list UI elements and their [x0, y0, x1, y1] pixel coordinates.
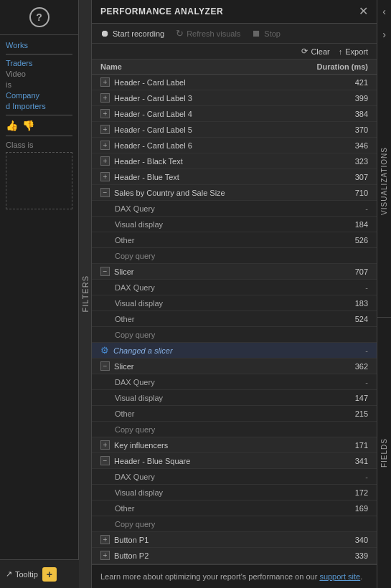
row-name: Other — [100, 236, 332, 245]
pa-actions: ⟳ Clear ↑ Export — [92, 44, 377, 60]
table-row[interactable]: Other 526 — [92, 232, 377, 248]
table-row[interactable]: + Header - Black Text 323 — [92, 153, 377, 169]
export-button[interactable]: ↑ Export — [339, 47, 368, 56]
tooltip-arrow-icon: ↗ — [6, 569, 12, 579]
row-name: + Header - Card Label 3 — [100, 93, 332, 103]
row-duration: 384 — [332, 110, 368, 118]
left-sidebar: ? Works Traders Video is Company d Impor… — [0, 0, 79, 588]
row-duration: - — [332, 378, 368, 387]
table-row[interactable]: + Button P1 340 — [92, 532, 377, 548]
nav-back-button[interactable]: ‹ — [377, 0, 391, 23]
collapse-icon[interactable]: − — [100, 361, 110, 371]
table-row[interactable]: Other 215 — [92, 406, 377, 422]
copy-query-link[interactable]: Copy query — [100, 520, 368, 528]
expand-icon[interactable]: + — [100, 125, 110, 134]
table-row[interactable]: + Key influencers 171 — [92, 437, 377, 453]
row-name: Other — [100, 504, 332, 513]
row-duration: 526 — [332, 236, 368, 245]
table-row[interactable]: DAX Query - — [92, 201, 377, 217]
table-row[interactable]: Copy query — [92, 516, 377, 532]
table-row[interactable]: + Button P2 339 — [92, 548, 377, 564]
row-duration: 421 — [332, 78, 368, 87]
tab-visualizations[interactable]: VISUALIZATIONS — [377, 46, 391, 318]
row-name: + Header - Card Label 5 — [100, 125, 332, 134]
collapse-icon[interactable]: − — [100, 267, 110, 276]
expand-icon[interactable]: + — [100, 93, 110, 103]
row-duration: - — [332, 346, 368, 355]
right-tabs: ‹ › VISUALIZATIONS FIELDS — [377, 0, 391, 588]
table-row[interactable]: + Header - Card Label 421 — [92, 75, 377, 90]
changed-slicer-row[interactable]: ⚙ Changed a slicer - — [92, 343, 377, 359]
pa-toolbar: ⏺ Start recording ↻ Refresh visuals ⏹ St… — [92, 24, 377, 44]
table-row[interactable]: Visual display 184 — [92, 217, 377, 232]
table-row[interactable]: − Header - Blue Square 341 — [92, 453, 377, 469]
row-name: Visual display — [100, 394, 332, 402]
tab-fields[interactable]: FIELDS — [377, 318, 391, 589]
pa-title: PERFORMANCE ANALYZER — [100, 6, 223, 16]
add-button[interactable]: + — [42, 567, 57, 582]
sidebar-divider-2 — [6, 115, 72, 115]
copy-query-link[interactable]: Copy query — [100, 425, 368, 434]
expand-icon[interactable]: + — [100, 551, 110, 560]
table-row[interactable]: − Slicer 707 — [92, 264, 377, 280]
row-name: DAX Query — [100, 283, 332, 292]
thumbs-down-icon[interactable]: 👎 — [22, 120, 34, 131]
filters-tab[interactable]: FILTERS — [79, 0, 92, 588]
stop-icon: ⏹ — [252, 28, 261, 39]
expand-icon[interactable]: + — [100, 156, 110, 166]
copy-query-link[interactable]: Copy query — [100, 331, 368, 339]
table-row[interactable]: Visual display 147 — [92, 390, 377, 406]
clear-button[interactable]: ⟳ Clear — [301, 47, 329, 56]
table-row[interactable]: + Header - Card Label 5 370 — [92, 122, 377, 138]
tooltip-label: Tooltip — [15, 570, 38, 579]
class-box — [6, 152, 72, 209]
sidebar-item-importers[interactable]: d Importers — [6, 102, 72, 110]
row-duration: 341 — [332, 457, 368, 465]
table-row[interactable]: Copy query — [92, 248, 377, 264]
row-name: − Slicer — [100, 267, 332, 276]
close-button[interactable]: ✕ — [359, 6, 368, 17]
expand-icon[interactable]: + — [100, 535, 110, 544]
table-row[interactable]: DAX Query - — [92, 374, 377, 390]
stop-button[interactable]: ⏹ Stop — [252, 28, 281, 39]
table-row[interactable]: + Header - Blue Text 307 — [92, 169, 377, 185]
expand-icon[interactable]: + — [100, 141, 110, 150]
collapse-icon[interactable]: − — [100, 188, 110, 197]
filters-tab-label: FILTERS — [81, 275, 90, 312]
support-site-link[interactable]: support site — [319, 572, 360, 581]
table-row[interactable]: Other 524 — [92, 311, 377, 327]
refresh-visuals-button[interactable]: ↻ Refresh visuals — [176, 28, 240, 39]
table-row[interactable]: DAX Query - — [92, 280, 377, 295]
table-row[interactable]: Copy query — [92, 422, 377, 437]
tab-visualizations-label: VISUALIZATIONS — [380, 147, 388, 215]
sidebar-item-company[interactable]: Company — [6, 91, 72, 100]
expand-icon[interactable]: + — [100, 440, 110, 450]
table-row[interactable]: Copy query — [92, 327, 377, 343]
tooltip-button[interactable]: ↗ Tooltip — [6, 569, 38, 579]
table-row[interactable]: Other 169 — [92, 501, 377, 516]
help-icon[interactable]: ? — [29, 7, 50, 27]
expand-icon[interactable]: + — [100, 172, 110, 181]
table-row[interactable]: Visual display 172 — [92, 485, 377, 501]
class-label: Class is — [6, 141, 72, 149]
nav-forward-button[interactable]: › — [377, 23, 391, 46]
table-row[interactable]: DAX Query - — [92, 469, 377, 485]
expand-icon[interactable]: + — [100, 109, 110, 118]
table-row[interactable]: + Header - Card Label 4 384 — [92, 106, 377, 122]
table-row[interactable]: − Slicer 362 — [92, 359, 377, 374]
collapse-icon[interactable]: − — [100, 456, 110, 465]
sidebar-item-traders[interactable]: Traders — [6, 59, 72, 67]
bottom-bar-suffix: . — [360, 572, 362, 581]
thumbs-up-icon[interactable]: 👍 — [6, 120, 18, 131]
row-name: − Slicer — [100, 361, 332, 371]
start-recording-button[interactable]: ⏺ Start recording — [100, 28, 164, 39]
tab-fields-label: FIELDS — [380, 438, 388, 468]
table-row[interactable]: + Header - Card Label 3 399 — [92, 90, 377, 106]
copy-query-link[interactable]: Copy query — [100, 252, 368, 260]
table-row[interactable]: + Header - Card Label 6 346 — [92, 138, 377, 153]
row-duration: 340 — [332, 536, 368, 544]
table-row[interactable]: Visual display 183 — [92, 295, 377, 311]
sidebar-item-works[interactable]: Works — [6, 41, 72, 49]
expand-icon[interactable]: + — [100, 77, 110, 87]
table-row[interactable]: − Sales by Country and Sale Size 710 — [92, 185, 377, 201]
